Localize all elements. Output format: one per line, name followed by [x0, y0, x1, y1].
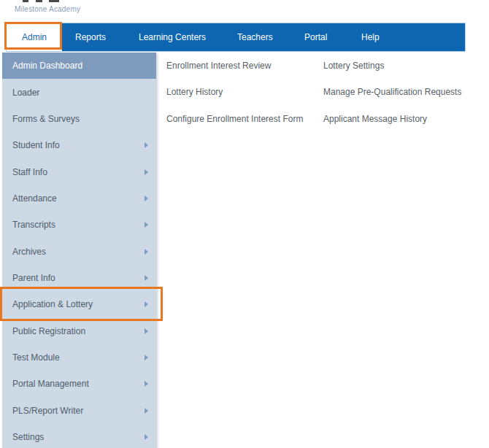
menu-item-portal-management[interactable]: Portal Management [2, 371, 156, 397]
submenu-arrow-icon [145, 142, 148, 148]
submenu-column-2: Lottery Settings Manage Pre-Qualificatio… [323, 53, 461, 132]
nav-item-label: Reports [75, 32, 106, 42]
submenu-item-label: Lottery History [166, 87, 223, 97]
submenu-item-label: Manage Pre-Qualification Requests [323, 87, 461, 97]
menu-item-attendance[interactable]: Attendance [2, 185, 156, 212]
submenu-item-configure-enrollment-interest-form[interactable]: Configure Enrollment Interest Form [166, 106, 303, 132]
submenu-item-enrollment-interest-review[interactable]: Enrollment Interest Review [166, 53, 303, 79]
submenu-arrow-icon [145, 408, 148, 414]
logo-mark-icon [36, 0, 42, 2]
menu-item-forms-surveys[interactable]: Forms & Surveys [2, 106, 156, 132]
menu-item-label: Parent Info [12, 273, 55, 283]
submenu-arrow-icon [145, 222, 148, 228]
logo-mark-icon [23, 0, 28, 2]
submenu-item-lottery-history[interactable]: Lottery History [166, 79, 303, 105]
menu-item-label: Forms & Surveys [12, 114, 80, 124]
submenu-arrow-icon [145, 355, 148, 360]
menu-item-label: Admin Dashboard [12, 61, 82, 71]
nav-item-portal[interactable]: Portal [304, 23, 327, 51]
logo-mark-icon [49, 0, 59, 2]
submenu-column-1: Enrollment Interest Review Lottery Histo… [166, 53, 303, 132]
submenu-arrow-icon [145, 249, 148, 255]
submenu-item-applicant-message-history[interactable]: Applicant Message History [323, 106, 461, 132]
nav-item-learning-centers[interactable]: Learning Centers [139, 23, 206, 51]
submenu-arrow-icon [145, 328, 148, 334]
menu-item-pls-report-writer[interactable]: PLS/Report Writer [2, 397, 156, 423]
page: Milestone Academy Admin Reports Learning… [0, 0, 489, 448]
nav-item-label: Portal [304, 32, 327, 42]
menu-item-label: PLS/Report Writer [12, 406, 83, 416]
menu-item-label: Portal Management [12, 379, 89, 389]
menu-item-settings[interactable]: Settings [2, 424, 156, 448]
menu-item-public-registration[interactable]: Public Registration [2, 317, 156, 344]
nav-item-help[interactable]: Help [361, 23, 380, 51]
nav-item-teachers[interactable]: Teachers [237, 23, 273, 51]
menu-item-label: Staff Info [12, 167, 47, 177]
submenu-item-label: Applicant Message History [323, 114, 427, 124]
menu-item-test-module[interactable]: Test Module [2, 344, 156, 371]
menu-item-label: Attendance [12, 193, 57, 204]
submenu-arrow-icon [145, 196, 148, 201]
nav-item-admin[interactable]: Admin [7, 23, 62, 51]
submenu-item-label: Configure Enrollment Interest Form [166, 114, 303, 124]
nav-item-label: Learning Centers [139, 32, 206, 42]
menu-item-loader[interactable]: Loader [2, 79, 156, 105]
submenu-arrow-icon [145, 381, 148, 387]
submenu-item-label: Enrollment Interest Review [166, 61, 271, 71]
menu-item-label: Settings [12, 432, 44, 442]
submenu-arrow-icon [145, 434, 148, 440]
menu-item-label: Test Module [12, 352, 60, 363]
menu-item-staff-info[interactable]: Staff Info [2, 158, 156, 185]
submenu-item-manage-pre-qualification-requests[interactable]: Manage Pre-Qualification Requests [323, 79, 461, 105]
menu-item-parent-info[interactable]: Parent Info [2, 265, 156, 291]
menu-item-student-info[interactable]: Student Info [2, 132, 156, 158]
menu-item-label: Student Info [12, 140, 60, 150]
menu-item-application-lottery[interactable]: Application & Lottery [2, 291, 156, 317]
nav-item-reports[interactable]: Reports [75, 23, 106, 51]
nav-item-label: Teachers [237, 32, 273, 42]
menu-item-archives[interactable]: Archives [2, 238, 156, 264]
admin-dropdown-menu: Admin Dashboard Loader Forms & Surveys S… [2, 53, 156, 448]
menu-item-label: Transcripts [12, 220, 55, 230]
submenu-arrow-icon [145, 301, 148, 307]
nav-item-label: Admin [22, 32, 47, 42]
brand-name[interactable]: Milestone Academy [15, 5, 80, 13]
menu-item-label: Application & Lottery [12, 299, 93, 309]
menu-item-label: Archives [12, 247, 46, 257]
menu-item-transcripts[interactable]: Transcripts [2, 212, 156, 238]
menu-item-label: Public Registration [12, 326, 85, 336]
submenu-arrow-icon [145, 169, 148, 175]
submenu-item-lottery-settings[interactable]: Lottery Settings [323, 53, 461, 79]
submenu-item-label: Lottery Settings [323, 61, 384, 71]
nav-item-label: Help [361, 32, 380, 42]
submenu-arrow-icon [145, 275, 148, 281]
menu-item-admin-dashboard[interactable]: Admin Dashboard [2, 53, 156, 79]
menu-item-label: Loader [12, 88, 39, 98]
main-navbar: Admin Reports Learning Centers Teachers … [6, 23, 466, 52]
